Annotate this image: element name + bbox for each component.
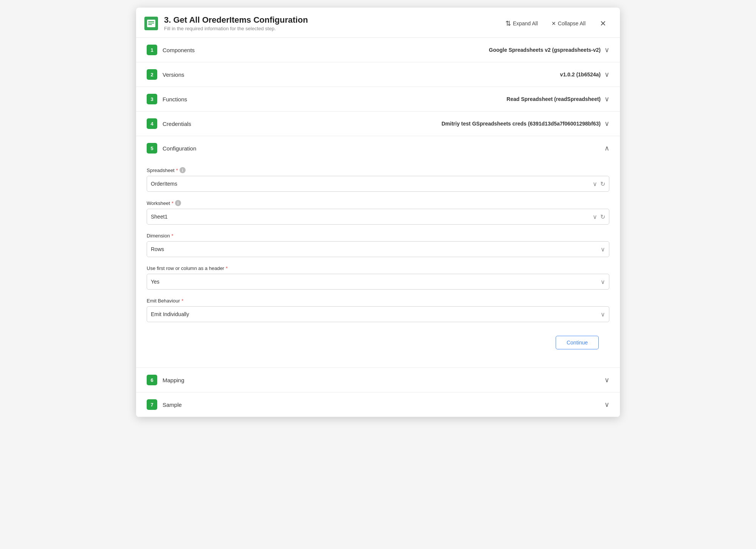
section-label-credentials: Credentials bbox=[163, 121, 442, 127]
worksheet-actions: ∨ ↻ bbox=[593, 213, 605, 220]
expand-all-button[interactable]: ⇅ Expand All bbox=[503, 18, 540, 29]
worksheet-label-text: Worksheet bbox=[147, 200, 170, 206]
spreadsheet-label-text: Spreadsheet bbox=[147, 167, 175, 173]
collapse-all-icon: ✕ bbox=[552, 20, 556, 26]
section-chevron-4-icon: ∨ bbox=[604, 120, 609, 127]
spreadsheet-dropdown-arrow-icon[interactable]: ∨ bbox=[593, 180, 597, 188]
section-value-3: Read Spreadsheet (readSpreadsheet) bbox=[507, 96, 601, 102]
dimension-dropdown-arrow-icon[interactable]: ∨ bbox=[601, 246, 605, 253]
spreadsheet-required-star: * bbox=[176, 167, 178, 173]
use_first_row-select[interactable]: Yes ∨ bbox=[147, 274, 609, 290]
fields-container: Spreadsheet*i OrderItems ∨ ↻ Worksheet*i… bbox=[147, 167, 609, 322]
dimension-value: Rows bbox=[151, 246, 601, 252]
section-row-1[interactable]: 1 Components Google Spreadsheets v2 (gsp… bbox=[136, 38, 620, 62]
section-chevron-1-icon: ∨ bbox=[604, 47, 609, 53]
bottom-sections-container: 6 Mapping ∨ 7 Sample ∨ bbox=[136, 368, 620, 417]
collapse-all-button[interactable]: ✕ Collapse All bbox=[549, 19, 588, 28]
use_first_row-label: Use first row or column as a header* bbox=[147, 265, 609, 271]
continue-row: Continue bbox=[147, 330, 609, 357]
worksheet-select[interactable]: Sheet1 ∨ ↻ bbox=[147, 209, 609, 225]
use_first_row-required-star: * bbox=[226, 265, 228, 271]
sections-container: 1 Components Google Spreadsheets v2 (gsp… bbox=[136, 38, 620, 136]
section-row-2[interactable]: 2 Versions v1.0.2 (1b6524a) ∨ bbox=[136, 62, 620, 87]
emit_behaviour-value: Emit Individually bbox=[151, 311, 601, 317]
section-label-configuration: Configuration bbox=[163, 145, 604, 152]
worksheet-refresh-icon[interactable]: ↻ bbox=[600, 213, 605, 220]
worksheet-info-icon: i bbox=[175, 200, 181, 206]
field-group-emit_behaviour: Emit Behaviour* Emit Individually ∨ bbox=[147, 298, 609, 322]
spreadsheet-select[interactable]: OrderItems ∨ ↻ bbox=[147, 176, 609, 192]
section-label-functions: Functions bbox=[163, 96, 507, 102]
modal-body: 1 Components Google Spreadsheets v2 (gsp… bbox=[136, 38, 620, 417]
svg-rect-2 bbox=[148, 21, 154, 22]
emit_behaviour-actions: ∨ bbox=[601, 311, 605, 318]
spreadsheet-actions: ∨ ↻ bbox=[593, 180, 605, 188]
emit_behaviour-label-text: Emit Behaviour bbox=[147, 298, 180, 304]
collapse-all-label: Collapse All bbox=[558, 20, 586, 26]
section-row-4[interactable]: 4 Credentials Dmitriy test GSpreadsheets… bbox=[136, 112, 620, 136]
configuration-body: Spreadsheet*i OrderItems ∨ ↻ Worksheet*i… bbox=[136, 160, 620, 368]
field-group-dimension: Dimension* Rows ∨ bbox=[147, 233, 609, 257]
configuration-section: 5 Configuration ∧ Spreadsheet*i OrderIte… bbox=[136, 136, 620, 368]
section-chevron-3-icon: ∨ bbox=[604, 96, 609, 102]
spreadsheet-value: OrderItems bbox=[151, 181, 593, 187]
configuration-section-header[interactable]: 5 Configuration ∧ bbox=[136, 136, 620, 160]
section-chevron-2-icon: ∨ bbox=[604, 71, 609, 78]
field-group-spreadsheet: Spreadsheet*i OrderItems ∨ ↻ bbox=[147, 167, 609, 192]
section-value-1: Google Spreadsheets v2 (gspreadsheets-v2… bbox=[489, 47, 601, 53]
configuration-chevron-icon: ∧ bbox=[604, 145, 609, 152]
spreadsheet-label: Spreadsheet*i bbox=[147, 167, 609, 173]
section-label-versions: Versions bbox=[163, 71, 560, 78]
svg-rect-3 bbox=[148, 23, 154, 23]
section-row-7[interactable]: 7 Sample ∨ bbox=[136, 392, 620, 417]
field-group-use_first_row: Use first row or column as a header* Yes… bbox=[147, 265, 609, 290]
dimension-select[interactable]: Rows ∨ bbox=[147, 241, 609, 257]
section-label-mapping: Mapping bbox=[163, 377, 384, 383]
section-number-4: 4 bbox=[147, 118, 157, 129]
expand-all-icon: ⇅ bbox=[505, 19, 511, 28]
header-text: 3. Get All OrederItems Configuration Fil… bbox=[164, 15, 498, 31]
section-number-5: 5 bbox=[147, 143, 157, 154]
section-row-3[interactable]: 3 Functions Read Spreadsheet (readSpread… bbox=[136, 87, 620, 112]
section-value-4: Dmitriy test GSpreadsheets creds (6391d1… bbox=[442, 121, 601, 127]
use_first_row-value: Yes bbox=[151, 279, 601, 285]
section-number-3: 3 bbox=[147, 94, 157, 104]
close-button[interactable]: ✕ bbox=[597, 18, 609, 29]
section-label-components: Components bbox=[163, 47, 489, 53]
use_first_row-dropdown-arrow-icon[interactable]: ∨ bbox=[601, 278, 605, 285]
section-number-7: 7 bbox=[147, 399, 157, 410]
dimension-label-text: Dimension bbox=[147, 233, 170, 239]
section-number-2: 2 bbox=[147, 69, 157, 80]
section-chevron-7-icon: ∨ bbox=[604, 401, 609, 408]
section-number-6: 6 bbox=[147, 375, 157, 385]
modal-header: 3. Get All OrederItems Configuration Fil… bbox=[136, 8, 620, 38]
spreadsheet-refresh-icon[interactable]: ↻ bbox=[600, 180, 605, 188]
modal-title: 3. Get All OrederItems Configuration bbox=[164, 15, 498, 25]
dimension-label: Dimension* bbox=[147, 233, 609, 239]
header-actions: ⇅ Expand All ✕ Collapse All ✕ bbox=[503, 18, 609, 29]
worksheet-dropdown-arrow-icon[interactable]: ∨ bbox=[593, 213, 597, 220]
use_first_row-actions: ∨ bbox=[601, 278, 605, 285]
emit_behaviour-required-star: * bbox=[181, 298, 183, 304]
section-label-sample: Sample bbox=[163, 402, 384, 408]
dimension-required-star: * bbox=[171, 233, 173, 239]
worksheet-value: Sheet1 bbox=[151, 214, 593, 220]
expand-all-label: Expand All bbox=[513, 20, 538, 26]
worksheet-label: Worksheet*i bbox=[147, 200, 609, 206]
section-value-2: v1.0.2 (1b6524a) bbox=[560, 71, 601, 78]
modal-subtitle: Fill in the required information for the… bbox=[164, 26, 498, 31]
app-icon bbox=[144, 16, 159, 31]
worksheet-required-star: * bbox=[172, 200, 174, 206]
dimension-actions: ∨ bbox=[601, 246, 605, 253]
section-chevron-6-icon: ∨ bbox=[604, 377, 609, 383]
emit_behaviour-label: Emit Behaviour* bbox=[147, 298, 609, 304]
emit_behaviour-dropdown-arrow-icon[interactable]: ∨ bbox=[601, 311, 605, 318]
field-group-worksheet: Worksheet*i Sheet1 ∨ ↻ bbox=[147, 200, 609, 225]
use_first_row-label-text: Use first row or column as a header bbox=[147, 265, 224, 271]
continue-button[interactable]: Continue bbox=[556, 336, 599, 349]
emit_behaviour-select[interactable]: Emit Individually ∨ bbox=[147, 306, 609, 322]
svg-rect-4 bbox=[148, 24, 152, 25]
spreadsheet-info-icon: i bbox=[180, 167, 186, 173]
section-row-6[interactable]: 6 Mapping ∨ bbox=[136, 368, 620, 392]
section-number-1: 1 bbox=[147, 45, 157, 55]
